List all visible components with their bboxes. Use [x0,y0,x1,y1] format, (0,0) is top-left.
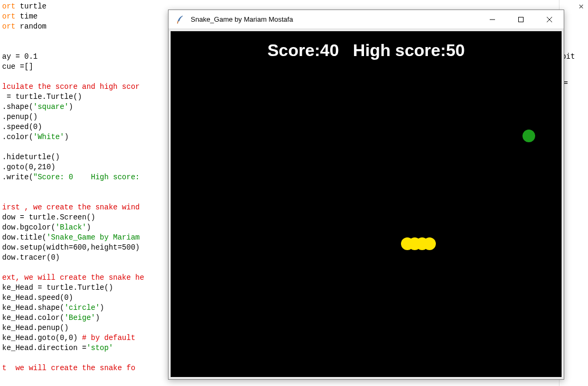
window-buttons [478,10,564,29]
close-icon[interactable]: ✕ [578,1,584,11]
close-button[interactable] [535,10,564,29]
tk-feather-icon [175,14,185,25]
game-window[interactable]: Snake_Game by Mariam Mostafa Score:40 Hi… [168,10,564,380]
score-display: Score:40 High score:50 [171,41,562,60]
window-titlebar[interactable]: Snake_Game by Mariam Mostafa [169,10,564,29]
snake-segment [423,237,436,250]
window-title: Snake_Game by Mariam Mostafa [191,15,478,23]
svg-rect-1 [519,17,524,22]
food [522,130,535,142]
maximize-button[interactable] [507,10,535,29]
game-canvas-frame: Score:40 High score:50 [169,29,564,379]
minimize-button[interactable] [478,10,507,29]
game-canvas[interactable]: Score:40 High score:50 [171,31,562,377]
